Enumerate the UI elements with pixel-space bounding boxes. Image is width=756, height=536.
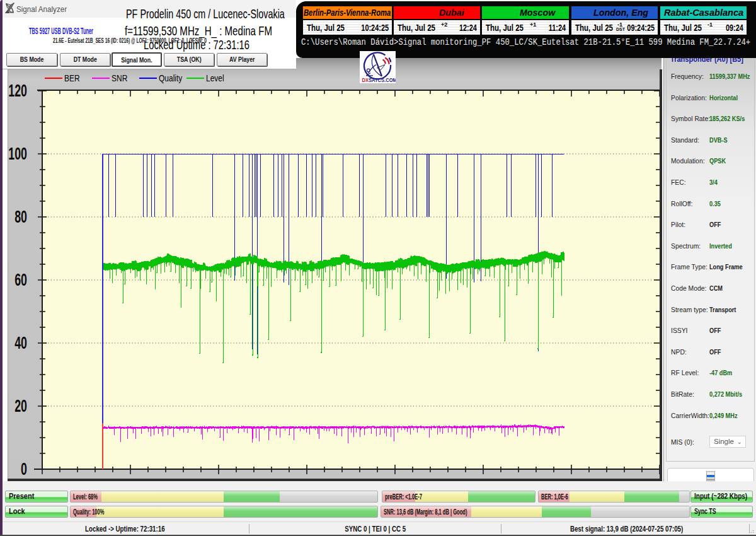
svg-text:BER: BER <box>64 73 80 84</box>
svg-text:120: 120 <box>8 81 27 100</box>
svg-text:100: 100 <box>8 144 27 163</box>
svg-text:Quality: Quality <box>159 73 183 84</box>
svg-text:40: 40 <box>14 333 27 352</box>
svg-text:0: 0 <box>21 459 27 479</box>
svg-text:80: 80 <box>14 207 27 226</box>
svg-text:60: 60 <box>14 270 27 289</box>
svg-text:20: 20 <box>14 396 27 416</box>
svg-text:SNR: SNR <box>112 73 127 84</box>
svg-text:Level: Level <box>206 73 224 84</box>
svg-text:DXSATCS.COM: DXSATCS.COM <box>362 77 396 83</box>
